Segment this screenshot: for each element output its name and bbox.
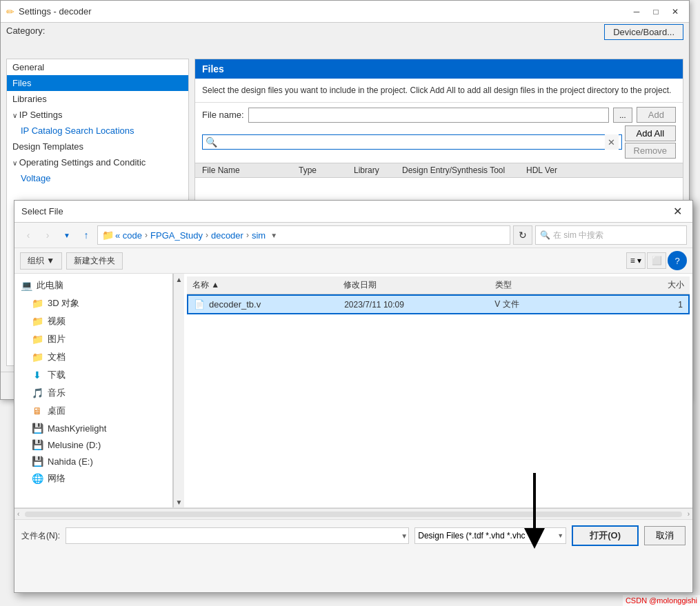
- file-col-header-size[interactable]: 大小: [608, 279, 684, 291]
- add-button[interactable]: Add: [637, 107, 676, 123]
- nav-dropdown-button[interactable]: ▼: [59, 227, 75, 243]
- sidebar-item-design-templates[interactable]: Design Templates: [7, 139, 188, 154]
- sidebar-item-ip-settings[interactable]: IP Settings: [7, 107, 188, 123]
- col-header-type: Type: [299, 165, 354, 175]
- breadcrumb-code[interactable]: « code: [115, 230, 142, 241]
- content-description: Select the design files you want to incl…: [195, 79, 683, 103]
- file-type-cell: V 文件: [494, 299, 608, 310]
- tree-scrollbar[interactable]: ▲ ▼: [173, 274, 184, 507]
- file-name-input[interactable]: [248, 108, 609, 123]
- file-list-header: 名称 ▲ 修改日期 类型 大小: [187, 276, 690, 294]
- view-list-button[interactable]: ≡ ▾: [626, 252, 646, 269]
- sidebar-item-voltage[interactable]: Voltage: [7, 170, 188, 186]
- drive-mash-icon: 💾: [31, 423, 43, 434]
- filetype-select[interactable]: Design Files (*.tdf *.vhd *.vhc: [414, 527, 566, 544]
- open-button[interactable]: 打开(O): [572, 525, 639, 546]
- tree-item-pictures[interactable]: 📁 图片: [14, 330, 172, 348]
- nav-up-button[interactable]: ↑: [78, 227, 94, 243]
- settings-close-button[interactable]: ✕: [667, 5, 683, 19]
- filename-label: 文件名(N):: [21, 530, 60, 542]
- view-pane-button[interactable]: ⬜: [647, 252, 666, 269]
- folder-3d-icon: 📁: [31, 298, 43, 309]
- file-name-label: File name:: [202, 110, 244, 120]
- file-row-decoder-tb[interactable]: 📄 decoder_tb.v 2023/7/11 10:09 V 文件 1: [187, 294, 690, 314]
- drive-melusine-icon: 💾: [31, 439, 43, 450]
- browse-button[interactable]: ...: [613, 108, 632, 123]
- col-header-filename: File Name: [202, 165, 299, 175]
- remove-button[interactable]: Remove: [625, 143, 676, 159]
- tree-item-nahida[interactable]: 💾 Nahida (E:): [14, 453, 172, 469]
- sidebar-item-operating-settings[interactable]: Operating Settings and Conditic: [7, 154, 188, 170]
- filename-input[interactable]: [66, 527, 409, 544]
- tree-item-label-video: 视频: [48, 315, 66, 327]
- nav-back-button[interactable]: ‹: [20, 227, 37, 243]
- folder-music-icon: 🎵: [31, 387, 43, 398]
- category-label: Category:: [6, 26, 45, 36]
- file-name-cell: decoder_tb.v: [209, 299, 261, 310]
- tree-item-documents[interactable]: 📁 文档: [14, 348, 172, 366]
- dialog-cancel-button[interactable]: 取消: [644, 526, 686, 545]
- file-col-header-name[interactable]: 名称 ▲: [192, 279, 343, 291]
- horizontal-scrollbar[interactable]: ‹ ›: [14, 508, 692, 519]
- scroll-up-arrow[interactable]: ▲: [174, 274, 185, 285]
- breadcrumb-sim[interactable]: sim: [252, 230, 266, 241]
- tree-item-mashkyrielight[interactable]: 💾 MashKyrielight: [14, 420, 172, 436]
- h-scroll-bar: [25, 512, 681, 517]
- settings-title-icon: ✏: [6, 6, 14, 17]
- settings-title-text: Settings - decoder: [19, 6, 92, 17]
- breadcrumb-fpga-study[interactable]: FPGA_Study: [150, 230, 203, 241]
- scroll-track: [174, 285, 184, 496]
- settings-minimize-button[interactable]: ─: [628, 5, 645, 19]
- nav-forward-button[interactable]: ›: [39, 227, 56, 243]
- h-scroll-left[interactable]: ‹: [14, 510, 22, 518]
- filename-dropdown-arrow: ▼: [401, 532, 408, 540]
- tree-item-3d[interactable]: 📁 3D 对象: [14, 294, 172, 312]
- network-icon: 🌐: [31, 473, 43, 484]
- filetype-wrapper: Design Files (*.tdf *.vhd *.vhc: [414, 527, 566, 544]
- tree-item-label-network: 网络: [48, 472, 66, 485]
- scroll-down-arrow[interactable]: ▼: [174, 496, 185, 507]
- tree-item-desktop[interactable]: 🖥 桌面: [14, 402, 172, 420]
- files-table-header: File Name Type Library Design Entry/Synt…: [195, 163, 683, 178]
- clear-search-button[interactable]: ✕: [605, 134, 619, 150]
- tree-item-label-desktop: 桌面: [48, 405, 66, 417]
- settings-maximize-button[interactable]: □: [648, 5, 664, 19]
- add-all-button[interactable]: Add All: [625, 125, 676, 141]
- tree-panel: 💻 此电脑 📁 3D 对象 📁 视频 📁 图片 📁 文档 ⬇ 下载: [14, 274, 173, 507]
- sidebar-item-files[interactable]: Files: [7, 75, 188, 91]
- tree-item-label-nahida: Nahida (E:): [48, 456, 93, 467]
- refresh-button[interactable]: ↻: [513, 225, 532, 245]
- tree-item-pc[interactable]: 💻 此电脑: [14, 276, 172, 294]
- folder-pictures-icon: 📁: [31, 334, 43, 345]
- organize-button[interactable]: 组织 ▼: [20, 252, 62, 270]
- file-verilog-icon: 📄: [194, 299, 205, 310]
- settings-window-controls: ─ □ ✕: [628, 5, 683, 19]
- breadcrumb-folder-icon: 📁: [102, 230, 114, 241]
- help-button[interactable]: ?: [668, 251, 687, 270]
- folder-desktop-icon: 🖥: [31, 405, 43, 416]
- new-folder-button[interactable]: 新建文件夹: [66, 252, 123, 270]
- tree-item-melusine[interactable]: 💾 Melusine (D:): [14, 436, 172, 453]
- device-board-button[interactable]: Device/Board...: [604, 24, 683, 40]
- search-files-input[interactable]: [217, 137, 605, 147]
- sidebar-item-libraries[interactable]: Libraries: [7, 91, 188, 107]
- tree-item-label-melusine: Melusine (D:): [48, 440, 101, 450]
- breadcrumb-decoder[interactable]: decoder: [211, 230, 243, 241]
- file-col-header-date[interactable]: 修改日期: [343, 279, 494, 291]
- drive-nahida-icon: 💾: [31, 456, 43, 467]
- tree-item-music[interactable]: 🎵 音乐: [14, 384, 172, 402]
- sidebar-item-ip-catalog[interactable]: IP Catalog Search Locations: [7, 123, 188, 139]
- tree-item-video[interactable]: 📁 视频: [14, 312, 172, 330]
- nav-search-placeholder: 在 sim 中搜索: [553, 230, 603, 241]
- tree-item-network[interactable]: 🌐 网络: [14, 469, 172, 487]
- h-scroll-right[interactable]: ›: [685, 510, 692, 518]
- filename-input-wrapper: ▼: [66, 527, 409, 544]
- dialog-close-button[interactable]: ✕: [669, 205, 686, 219]
- tree-item-downloads[interactable]: ⬇ 下载: [14, 366, 172, 384]
- pc-icon: 💻: [20, 280, 32, 291]
- nav-bar: ‹ › ▼ ↑ 📁 « code › FPGA_Study › decoder …: [14, 223, 692, 248]
- file-col-header-type[interactable]: 类型: [495, 279, 609, 291]
- file-toolbar: 组织 ▼ 新建文件夹 ≡ ▾ ⬜ ?: [14, 248, 692, 274]
- sidebar-item-general[interactable]: General: [7, 59, 188, 75]
- breadcrumb-dropdown-button[interactable]: ▼: [267, 225, 281, 245]
